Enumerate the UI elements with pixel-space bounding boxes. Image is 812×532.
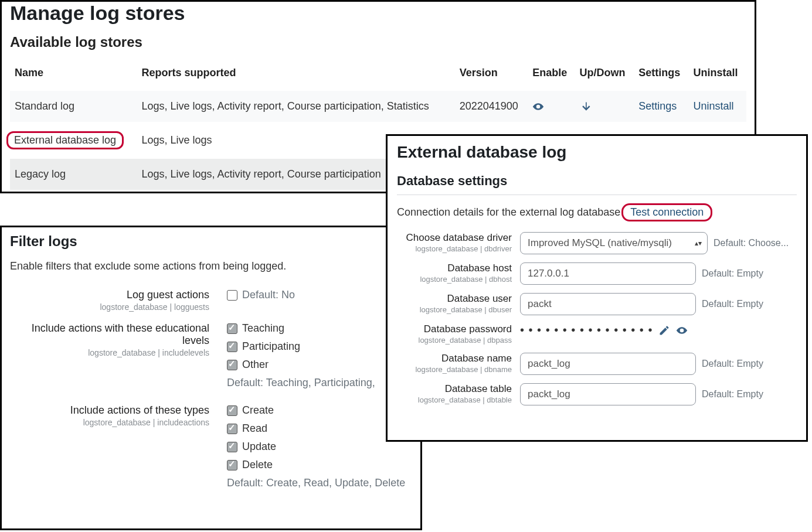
include-types-sub: logstore_database | includeactions <box>10 418 209 427</box>
name-default: Default: Empty <box>702 359 763 369</box>
opt-teaching: Teaching <box>242 322 284 335</box>
user-default: Default: Empty <box>702 299 763 309</box>
pass-mask: • • • • • • • • • • • • • • • • <box>520 323 653 337</box>
driver-default: Default: Choose... <box>714 238 789 248</box>
driver-select[interactable]: Improved MySQL (native/mysqli) <box>520 232 708 254</box>
pass-label: Database password <box>397 323 512 335</box>
table-default: Default: Empty <box>702 389 763 400</box>
host-default: Default: Empty <box>702 268 763 279</box>
name-input[interactable] <box>520 353 696 375</box>
name-label: Database name <box>397 353 512 364</box>
col-reports: Reports supported <box>137 61 455 91</box>
opt-delete: Delete <box>242 459 273 471</box>
driver-sub: logstore_database | dbdriver <box>397 244 512 253</box>
enable-toggle-standard[interactable] <box>528 91 575 122</box>
col-enable: Enable <box>528 61 575 91</box>
table-row: Standard log Logs, Live logs, Activity r… <box>10 91 746 122</box>
arrow-down-icon <box>580 101 592 112</box>
log-reports-standard: Logs, Live logs, Activity report, Course… <box>137 91 455 122</box>
include-types-label: Include actions of these types <box>10 404 209 417</box>
log-name-external[interactable]: External database log <box>14 134 116 146</box>
log-guest-default: Default: No <box>242 289 295 301</box>
filter-logs-lead: Enable filters that exclude some actions… <box>10 260 412 272</box>
opt-update: Update <box>242 441 276 453</box>
filter-logs-panel: Filter logs Enable filters that exclude … <box>0 226 422 530</box>
filter-logs-heading: Filter logs <box>10 233 412 250</box>
checkbox-read[interactable] <box>227 424 237 434</box>
settings-link-standard[interactable]: Settings <box>638 100 677 112</box>
pencil-icon <box>658 325 670 336</box>
ext-section: Database settings <box>397 173 797 189</box>
checkbox-update[interactable] <box>227 442 237 452</box>
uninstall-link-standard[interactable]: Uninstall <box>693 100 733 112</box>
log-version-standard: 2022041900 <box>455 91 528 122</box>
log-name-external-highlight: External database log <box>6 131 124 149</box>
host-sub: logstore_database | dbhost <box>397 275 512 284</box>
opt-read: Read <box>242 422 267 435</box>
user-label: Database user <box>397 293 512 305</box>
col-version: Version <box>455 61 528 91</box>
opt-create: Create <box>242 404 274 417</box>
log-guest-label: Log guest actions <box>10 289 209 301</box>
table-label: Database table <box>397 383 512 395</box>
name-sub: logstore_database | dbname <box>397 365 512 374</box>
opt-participating: Participating <box>242 340 300 353</box>
col-name: Name <box>10 61 137 91</box>
ext-conn-text: Connection details for the external log … <box>397 206 620 219</box>
pass-sub: logstore_database | dbpass <box>397 336 512 345</box>
driver-label: Choose database driver <box>397 232 512 244</box>
host-input[interactable] <box>520 262 696 285</box>
log-guest-checkbox[interactable] <box>227 290 237 301</box>
test-connection-link[interactable]: Test connection <box>621 203 712 221</box>
include-levels-default: Default: Teaching, Participating, <box>227 377 375 389</box>
eye-icon <box>676 325 688 336</box>
include-levels-label: Include actions with these educational l… <box>10 322 209 347</box>
reveal-password-button[interactable] <box>676 325 688 336</box>
col-updown: Up/Down <box>575 61 634 91</box>
log-name-legacy: Legacy log <box>10 159 137 190</box>
col-settings: Settings <box>634 61 688 91</box>
external-database-log-panel: External database log Database settings … <box>386 134 808 442</box>
user-sub: logstore_database | dbuser <box>397 305 512 314</box>
table-input[interactable] <box>520 383 696 405</box>
include-types-default: Default: Create, Read, Update, Delete <box>227 477 405 489</box>
checkbox-delete[interactable] <box>227 460 237 470</box>
log-name-standard: Standard log <box>10 91 137 122</box>
edit-password-button[interactable] <box>658 325 670 336</box>
opt-other: Other <box>242 359 269 371</box>
col-uninstall: Uninstall <box>688 61 746 91</box>
checkbox-teaching[interactable] <box>227 323 237 334</box>
checkbox-participating[interactable] <box>227 342 237 352</box>
divider <box>397 195 797 195</box>
checkbox-other[interactable] <box>227 360 237 370</box>
page-title: Manage log stores <box>10 2 746 25</box>
log-guest-sub: logstore_database | logguests <box>10 302 209 312</box>
table-sub: logstore_database | dbtable <box>397 395 512 404</box>
host-label: Database host <box>397 262 512 274</box>
user-input[interactable] <box>520 293 696 315</box>
move-down-standard[interactable] <box>575 91 634 122</box>
eye-icon <box>532 101 544 112</box>
ext-title: External database log <box>397 143 797 162</box>
include-levels-sub: logstore_database | includelevels <box>10 348 209 357</box>
available-log-stores-heading: Available log stores <box>10 34 746 50</box>
checkbox-create[interactable] <box>227 405 237 416</box>
